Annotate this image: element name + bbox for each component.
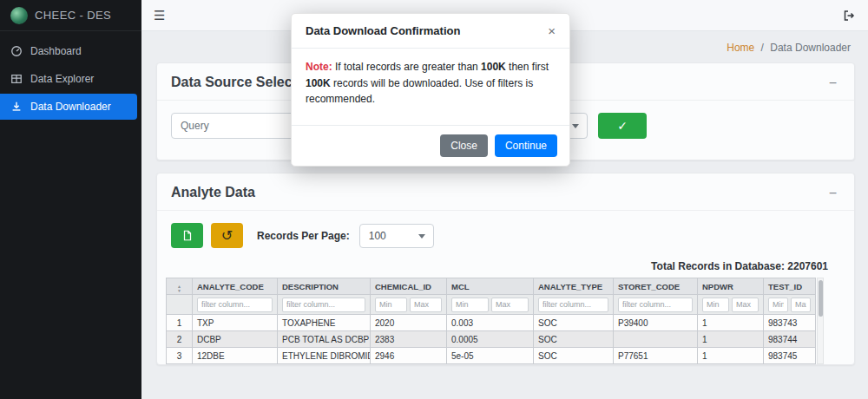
total-records: Total Records in Database: 2207601	[157, 258, 854, 278]
analyte-card: Analyte Data − ↺ Records Per Page: 100	[156, 173, 855, 365]
dashboard-icon	[10, 45, 23, 57]
table-cell: 2946	[371, 348, 447, 364]
collapse-button[interactable]: −	[825, 185, 840, 202]
table-icon	[10, 73, 23, 85]
filter-row-corner	[167, 295, 193, 315]
close-icon[interactable]: ×	[548, 24, 556, 37]
column-header-chemical_id[interactable]: CHEMICAL_ID	[371, 278, 447, 295]
app-title: CHEEC - DES	[35, 9, 111, 22]
min-filter-input-mcl[interactable]	[451, 298, 489, 312]
row-number: 1	[167, 315, 193, 331]
table-cell: 983744	[764, 331, 816, 348]
column-header-npdwr[interactable]: NPDWR	[698, 278, 764, 295]
modal-body: Note: If total records are greater than …	[292, 49, 569, 125]
menu-toggle-icon[interactable]: ☰	[154, 9, 165, 22]
undo-button[interactable]: ↺	[211, 223, 243, 248]
table-cell: DCBP	[193, 331, 278, 348]
table-cell: ETHYLENE DIBROMIDE	[278, 348, 371, 364]
table-row[interactable]: 2DCBPPCB TOTAL AS DCBP23830.0005SOC19837…	[167, 331, 816, 348]
table-cell: P77651	[614, 348, 698, 364]
sidebar-item-label: Data Explorer	[30, 73, 94, 85]
table-cell: 1	[698, 348, 764, 364]
records-per-page-label: Records Per Page:	[257, 230, 350, 242]
min-filter-input-npdwr[interactable]	[702, 298, 729, 312]
total-records-value: 2207601	[787, 260, 828, 272]
query-select-value: Query	[181, 120, 209, 132]
table-cell: 2020	[371, 315, 447, 331]
analyte-table: ▲▼ANALYTE_CODEDESCRIPTIONCHEMICAL_IDMCLA…	[166, 278, 816, 364]
sort-all-header[interactable]: ▲▼	[167, 278, 193, 295]
row-number: 3	[167, 348, 193, 364]
modal-header: Data Download Confirmation ×	[292, 14, 569, 49]
records-per-page-value: 100	[369, 230, 386, 242]
sidebar-item-label: Data Downloader	[30, 101, 111, 113]
apply-button[interactable]: ✓	[598, 113, 647, 139]
min-filter-input-chemical_id[interactable]	[375, 298, 407, 312]
max-filter-input-npdwr[interactable]	[732, 298, 759, 312]
analyte-card-title: Analyte Data	[171, 185, 255, 200]
min-filter-input-test_id[interactable]	[768, 298, 788, 312]
table-cell: 983743	[764, 315, 816, 331]
table-cell	[614, 331, 698, 348]
chevron-down-icon	[418, 234, 425, 239]
max-filter-input-test_id[interactable]	[791, 298, 811, 312]
sidebar-nav: Dashboard Data Explorer Data Downloader	[0, 31, 141, 120]
column-header-storet_code[interactable]: STORET_CODE	[614, 278, 698, 295]
sidebar-item-data-explorer[interactable]: Data Explorer	[0, 66, 137, 92]
table-cell: 1	[698, 331, 764, 348]
filter-input-storet_code[interactable]	[618, 298, 693, 312]
chevron-down-icon	[572, 124, 579, 128]
filter-input-description[interactable]	[282, 298, 365, 312]
sidebar-item-data-downloader[interactable]: Data Downloader	[0, 94, 137, 120]
breadcrumb-separator: /	[761, 42, 764, 54]
table-scrollbar[interactable]	[817, 278, 824, 364]
breadcrumb-home-link[interactable]: Home	[727, 42, 754, 54]
column-header-analyte_type[interactable]: ANALYTE_TYPE	[534, 278, 614, 295]
analyte-card-header: Analyte Data −	[157, 173, 854, 211]
column-header-description[interactable]: DESCRIPTION	[278, 278, 371, 295]
logout-icon[interactable]	[842, 9, 856, 23]
modal-continue-button[interactable]: Continue	[495, 134, 557, 157]
modal-text: records will be downloaded. Use of filte…	[306, 77, 533, 106]
table-cell: 0.0005	[447, 331, 534, 348]
table-cell: 0.003	[447, 315, 534, 331]
sort-icon: ▲▼	[177, 285, 181, 292]
table-cell: TXP	[193, 315, 278, 331]
table-cell: 983745	[764, 348, 816, 364]
table-cell: PCB TOTAL AS DCBP	[278, 331, 371, 348]
column-header-test_id[interactable]: TEST_ID	[764, 278, 816, 295]
records-per-page-select[interactable]: 100	[359, 224, 434, 248]
column-header-analyte_code[interactable]: ANALYTE_CODE	[193, 278, 278, 295]
analyte-table-wrap: ▲▼ANALYTE_CODEDESCRIPTIONCHEMICAL_IDMCLA…	[166, 278, 824, 364]
download-confirmation-modal: Data Download Confirmation × Note: If to…	[291, 13, 570, 167]
analyte-toolbar: ↺ Records Per Page: 100	[157, 211, 854, 258]
table-cell: SOC	[534, 348, 614, 364]
filter-input-analyte_type[interactable]	[538, 298, 608, 312]
brand[interactable]: CHEEC - DES	[0, 0, 141, 31]
row-number: 2	[167, 331, 193, 348]
app-logo-icon	[10, 7, 28, 24]
undo-icon: ↺	[221, 229, 233, 243]
collapse-button[interactable]: −	[825, 75, 840, 92]
download-icon	[10, 101, 23, 113]
table-cell: SOC	[534, 315, 614, 331]
modal-close-button[interactable]: Close	[440, 134, 488, 157]
file-export-icon	[181, 229, 194, 242]
modal-footer: Close Continue	[292, 125, 569, 166]
modal-text: If total records are greater than	[332, 61, 481, 73]
export-button[interactable]	[171, 223, 203, 248]
table-row[interactable]: 1TXPTOXAPHENE20200.003SOCP394001983743	[167, 315, 816, 331]
filter-input-analyte_code[interactable]	[197, 298, 273, 312]
table-cell: 12DBE	[193, 348, 278, 364]
column-header-mcl[interactable]: MCL	[447, 278, 534, 295]
max-filter-input-mcl[interactable]	[491, 298, 529, 312]
modal-text: then first	[506, 61, 549, 73]
scrollbar-thumb[interactable]	[819, 280, 823, 317]
max-filter-input-chemical_id[interactable]	[410, 298, 442, 312]
table-row[interactable]: 312DBEETHYLENE DIBROMIDE29465e-05SOCP776…	[167, 348, 816, 364]
table-cell: SOC	[534, 331, 614, 348]
table-cell: P39400	[614, 315, 698, 331]
total-records-label: Total Records in Database:	[651, 260, 785, 272]
sidebar-item-dashboard[interactable]: Dashboard	[0, 38, 137, 64]
table-cell: TOXAPHENE	[278, 315, 371, 331]
